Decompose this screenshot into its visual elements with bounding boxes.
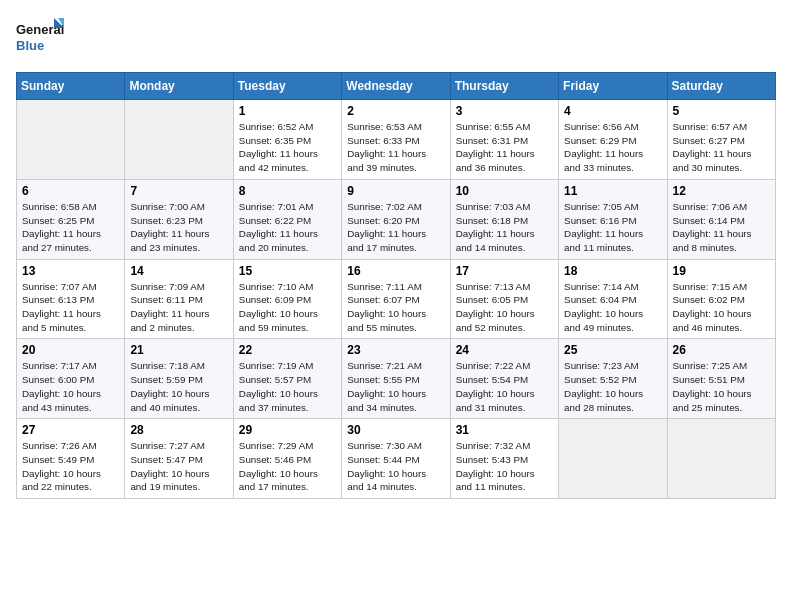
- day-number: 9: [347, 184, 444, 198]
- page-header: General Blue: [16, 16, 776, 60]
- day-number: 16: [347, 264, 444, 278]
- day-number: 11: [564, 184, 661, 198]
- calendar-cell: 24Sunrise: 7:22 AM Sunset: 5:54 PM Dayli…: [450, 339, 558, 419]
- day-number: 15: [239, 264, 336, 278]
- calendar-cell: 22Sunrise: 7:19 AM Sunset: 5:57 PM Dayli…: [233, 339, 341, 419]
- calendar-cell: 2Sunrise: 6:53 AM Sunset: 6:33 PM Daylig…: [342, 100, 450, 180]
- calendar-cell: 20Sunrise: 7:17 AM Sunset: 6:00 PM Dayli…: [17, 339, 125, 419]
- day-number: 30: [347, 423, 444, 437]
- day-info: Sunrise: 7:23 AM Sunset: 5:52 PM Dayligh…: [564, 359, 661, 414]
- day-info: Sunrise: 7:00 AM Sunset: 6:23 PM Dayligh…: [130, 200, 227, 255]
- week-row-4: 20Sunrise: 7:17 AM Sunset: 6:00 PM Dayli…: [17, 339, 776, 419]
- calendar-cell: 28Sunrise: 7:27 AM Sunset: 5:47 PM Dayli…: [125, 419, 233, 499]
- day-number: 1: [239, 104, 336, 118]
- calendar-cell: 8Sunrise: 7:01 AM Sunset: 6:22 PM Daylig…: [233, 179, 341, 259]
- calendar-cell: [17, 100, 125, 180]
- day-info: Sunrise: 7:22 AM Sunset: 5:54 PM Dayligh…: [456, 359, 553, 414]
- calendar-cell: 14Sunrise: 7:09 AM Sunset: 6:11 PM Dayli…: [125, 259, 233, 339]
- day-info: Sunrise: 7:06 AM Sunset: 6:14 PM Dayligh…: [673, 200, 770, 255]
- calendar-cell: 5Sunrise: 6:57 AM Sunset: 6:27 PM Daylig…: [667, 100, 775, 180]
- calendar-cell: 12Sunrise: 7:06 AM Sunset: 6:14 PM Dayli…: [667, 179, 775, 259]
- day-info: Sunrise: 7:29 AM Sunset: 5:46 PM Dayligh…: [239, 439, 336, 494]
- header-row: SundayMondayTuesdayWednesdayThursdayFrid…: [17, 73, 776, 100]
- calendar-cell: 7Sunrise: 7:00 AM Sunset: 6:23 PM Daylig…: [125, 179, 233, 259]
- day-number: 7: [130, 184, 227, 198]
- calendar-cell: 6Sunrise: 6:58 AM Sunset: 6:25 PM Daylig…: [17, 179, 125, 259]
- week-row-5: 27Sunrise: 7:26 AM Sunset: 5:49 PM Dayli…: [17, 419, 776, 499]
- day-number: 17: [456, 264, 553, 278]
- day-number: 6: [22, 184, 119, 198]
- day-number: 13: [22, 264, 119, 278]
- logo-svg: General Blue: [16, 16, 66, 60]
- header-day-sunday: Sunday: [17, 73, 125, 100]
- day-number: 28: [130, 423, 227, 437]
- day-number: 20: [22, 343, 119, 357]
- day-info: Sunrise: 7:15 AM Sunset: 6:02 PM Dayligh…: [673, 280, 770, 335]
- day-number: 3: [456, 104, 553, 118]
- day-number: 25: [564, 343, 661, 357]
- calendar-cell: 13Sunrise: 7:07 AM Sunset: 6:13 PM Dayli…: [17, 259, 125, 339]
- logo: General Blue: [16, 16, 66, 60]
- day-info: Sunrise: 7:32 AM Sunset: 5:43 PM Dayligh…: [456, 439, 553, 494]
- day-number: 12: [673, 184, 770, 198]
- day-info: Sunrise: 7:13 AM Sunset: 6:05 PM Dayligh…: [456, 280, 553, 335]
- day-info: Sunrise: 6:58 AM Sunset: 6:25 PM Dayligh…: [22, 200, 119, 255]
- calendar-cell: 4Sunrise: 6:56 AM Sunset: 6:29 PM Daylig…: [559, 100, 667, 180]
- day-info: Sunrise: 7:05 AM Sunset: 6:16 PM Dayligh…: [564, 200, 661, 255]
- day-number: 8: [239, 184, 336, 198]
- calendar-cell: [559, 419, 667, 499]
- day-info: Sunrise: 6:55 AM Sunset: 6:31 PM Dayligh…: [456, 120, 553, 175]
- calendar-cell: 3Sunrise: 6:55 AM Sunset: 6:31 PM Daylig…: [450, 100, 558, 180]
- day-number: 10: [456, 184, 553, 198]
- calendar-cell: 9Sunrise: 7:02 AM Sunset: 6:20 PM Daylig…: [342, 179, 450, 259]
- week-row-1: 1Sunrise: 6:52 AM Sunset: 6:35 PM Daylig…: [17, 100, 776, 180]
- day-number: 27: [22, 423, 119, 437]
- calendar-cell: [667, 419, 775, 499]
- header-day-saturday: Saturday: [667, 73, 775, 100]
- calendar-cell: 15Sunrise: 7:10 AM Sunset: 6:09 PM Dayli…: [233, 259, 341, 339]
- calendar-cell: 10Sunrise: 7:03 AM Sunset: 6:18 PM Dayli…: [450, 179, 558, 259]
- day-info: Sunrise: 7:25 AM Sunset: 5:51 PM Dayligh…: [673, 359, 770, 414]
- svg-text:Blue: Blue: [16, 38, 44, 53]
- calendar-cell: 16Sunrise: 7:11 AM Sunset: 6:07 PM Dayli…: [342, 259, 450, 339]
- calendar-table: SundayMondayTuesdayWednesdayThursdayFrid…: [16, 72, 776, 499]
- day-number: 2: [347, 104, 444, 118]
- calendar-header: SundayMondayTuesdayWednesdayThursdayFrid…: [17, 73, 776, 100]
- calendar-cell: 11Sunrise: 7:05 AM Sunset: 6:16 PM Dayli…: [559, 179, 667, 259]
- calendar-cell: 30Sunrise: 7:30 AM Sunset: 5:44 PM Dayli…: [342, 419, 450, 499]
- day-info: Sunrise: 6:53 AM Sunset: 6:33 PM Dayligh…: [347, 120, 444, 175]
- day-number: 24: [456, 343, 553, 357]
- day-info: Sunrise: 7:30 AM Sunset: 5:44 PM Dayligh…: [347, 439, 444, 494]
- day-info: Sunrise: 6:56 AM Sunset: 6:29 PM Dayligh…: [564, 120, 661, 175]
- header-day-monday: Monday: [125, 73, 233, 100]
- day-info: Sunrise: 7:17 AM Sunset: 6:00 PM Dayligh…: [22, 359, 119, 414]
- week-row-2: 6Sunrise: 6:58 AM Sunset: 6:25 PM Daylig…: [17, 179, 776, 259]
- day-info: Sunrise: 7:19 AM Sunset: 5:57 PM Dayligh…: [239, 359, 336, 414]
- calendar-cell: 31Sunrise: 7:32 AM Sunset: 5:43 PM Dayli…: [450, 419, 558, 499]
- day-info: Sunrise: 7:01 AM Sunset: 6:22 PM Dayligh…: [239, 200, 336, 255]
- day-number: 22: [239, 343, 336, 357]
- day-info: Sunrise: 7:21 AM Sunset: 5:55 PM Dayligh…: [347, 359, 444, 414]
- header-day-friday: Friday: [559, 73, 667, 100]
- calendar-cell: 19Sunrise: 7:15 AM Sunset: 6:02 PM Dayli…: [667, 259, 775, 339]
- calendar-cell: 25Sunrise: 7:23 AM Sunset: 5:52 PM Dayli…: [559, 339, 667, 419]
- calendar-cell: 17Sunrise: 7:13 AM Sunset: 6:05 PM Dayli…: [450, 259, 558, 339]
- header-day-wednesday: Wednesday: [342, 73, 450, 100]
- day-number: 31: [456, 423, 553, 437]
- calendar-cell: 1Sunrise: 6:52 AM Sunset: 6:35 PM Daylig…: [233, 100, 341, 180]
- header-day-thursday: Thursday: [450, 73, 558, 100]
- day-info: Sunrise: 7:07 AM Sunset: 6:13 PM Dayligh…: [22, 280, 119, 335]
- day-info: Sunrise: 7:14 AM Sunset: 6:04 PM Dayligh…: [564, 280, 661, 335]
- calendar-cell: 18Sunrise: 7:14 AM Sunset: 6:04 PM Dayli…: [559, 259, 667, 339]
- day-info: Sunrise: 7:03 AM Sunset: 6:18 PM Dayligh…: [456, 200, 553, 255]
- day-number: 29: [239, 423, 336, 437]
- calendar-cell: 21Sunrise: 7:18 AM Sunset: 5:59 PM Dayli…: [125, 339, 233, 419]
- calendar-cell: 23Sunrise: 7:21 AM Sunset: 5:55 PM Dayli…: [342, 339, 450, 419]
- day-number: 4: [564, 104, 661, 118]
- day-info: Sunrise: 7:26 AM Sunset: 5:49 PM Dayligh…: [22, 439, 119, 494]
- day-info: Sunrise: 7:18 AM Sunset: 5:59 PM Dayligh…: [130, 359, 227, 414]
- day-info: Sunrise: 7:02 AM Sunset: 6:20 PM Dayligh…: [347, 200, 444, 255]
- calendar-body: 1Sunrise: 6:52 AM Sunset: 6:35 PM Daylig…: [17, 100, 776, 499]
- calendar-cell: 26Sunrise: 7:25 AM Sunset: 5:51 PM Dayli…: [667, 339, 775, 419]
- day-info: Sunrise: 7:27 AM Sunset: 5:47 PM Dayligh…: [130, 439, 227, 494]
